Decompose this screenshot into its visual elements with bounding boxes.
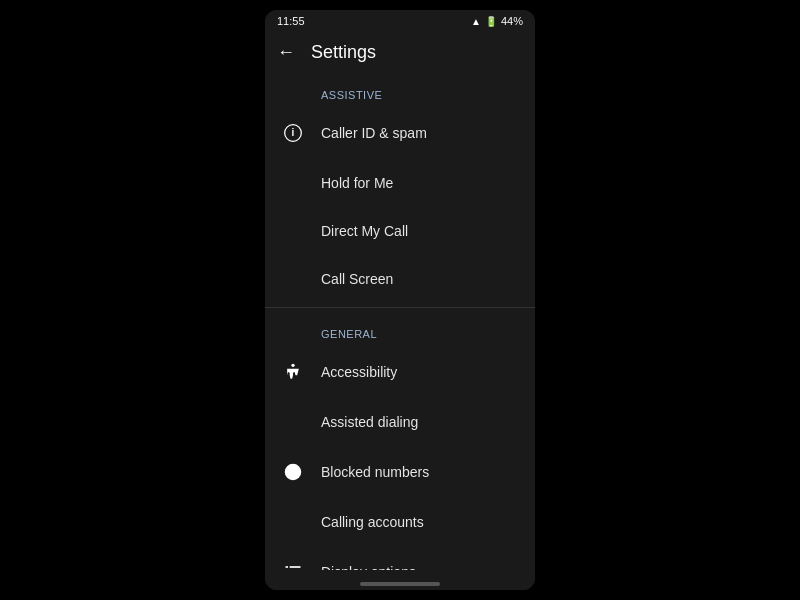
caller-id-label: Caller ID & spam [321, 125, 427, 141]
settings-content: ASSISTIVE i Caller ID & spam Hold for Me… [265, 73, 535, 570]
svg-point-2 [291, 364, 294, 367]
direct-my-call-label: Direct My Call [321, 223, 408, 239]
bottom-bar [265, 570, 535, 590]
assisted-dialing-label: Assisted dialing [321, 414, 418, 430]
hold-for-me-label: Hold for Me [321, 175, 393, 191]
signal-icon: ▲ [471, 16, 481, 27]
list-icon [281, 560, 305, 570]
svg-rect-5 [286, 566, 289, 568]
status-right: ▲ 🔋 44% [471, 15, 523, 27]
svg-text:i: i [292, 127, 295, 138]
info-circle-icon: i [281, 121, 305, 145]
blocked-numbers-label: Blocked numbers [321, 464, 429, 480]
menu-item-display-options[interactable]: Display options [265, 546, 535, 570]
call-screen-label: Call Screen [321, 271, 393, 287]
accessibility-icon [281, 360, 305, 384]
page-title: Settings [311, 42, 376, 63]
section-general-header: GENERAL [265, 312, 535, 346]
divider-1 [265, 307, 535, 308]
phone-frame: 11:55 ▲ 🔋 44% ← Settings ASSISTIVE i Cal… [265, 10, 535, 590]
back-button[interactable]: ← [277, 42, 295, 63]
status-time: 11:55 [277, 15, 305, 27]
menu-item-assisted-dialing[interactable]: Assisted dialing [265, 398, 535, 446]
svg-rect-6 [290, 566, 301, 568]
menu-item-hold-for-me[interactable]: Hold for Me [265, 159, 535, 207]
calling-accounts-label: Calling accounts [321, 514, 424, 530]
accessibility-label: Accessibility [321, 364, 397, 380]
home-indicator [360, 582, 440, 586]
menu-item-direct-my-call[interactable]: Direct My Call [265, 207, 535, 255]
menu-item-blocked-numbers[interactable]: Blocked numbers [265, 446, 535, 498]
menu-item-calling-accounts[interactable]: Calling accounts [265, 498, 535, 546]
blocked-icon [281, 460, 305, 484]
battery-icon: 🔋 [485, 16, 497, 27]
top-bar: ← Settings [265, 32, 535, 73]
status-bar: 11:55 ▲ 🔋 44% [265, 10, 535, 32]
menu-item-caller-id[interactable]: i Caller ID & spam [265, 107, 535, 159]
menu-item-accessibility[interactable]: Accessibility [265, 346, 535, 398]
section-assistive-header: ASSISTIVE [265, 73, 535, 107]
menu-item-call-screen[interactable]: Call Screen [265, 255, 535, 303]
battery-percent: 44% [501, 15, 523, 27]
